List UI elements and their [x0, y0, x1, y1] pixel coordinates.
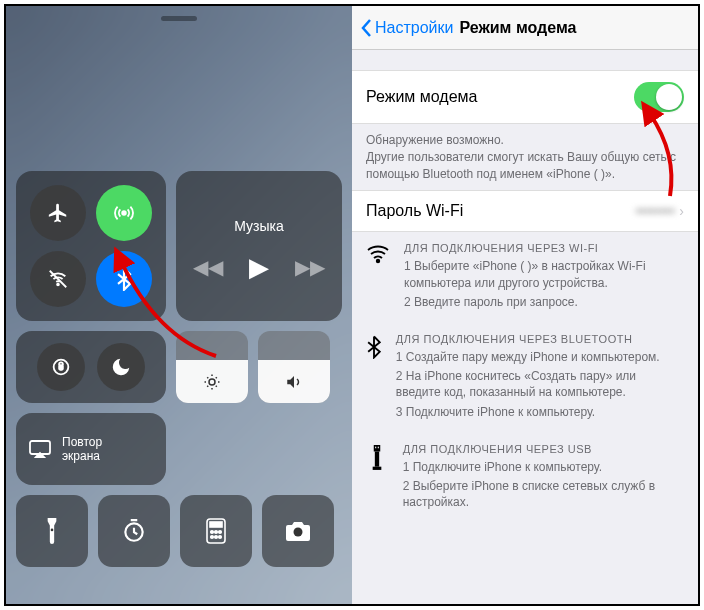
svg-rect-20 [375, 451, 379, 466]
calculator-button[interactable] [180, 495, 252, 567]
wifi-instructions: ДЛЯ ПОДКЛЮЧЕНИЯ ЧЕРЕЗ WI-FI 1 Выберите «… [352, 232, 698, 323]
svg-point-18 [377, 260, 380, 263]
airplane-mode-toggle[interactable] [30, 185, 86, 241]
svg-rect-10 [210, 522, 222, 527]
connectivity-panel [16, 171, 166, 321]
back-label: Настройки [375, 19, 453, 37]
volume-icon [285, 373, 303, 395]
svg-point-5 [209, 379, 215, 385]
chevron-left-icon [360, 18, 372, 38]
rotation-lock-toggle[interactable] [37, 343, 85, 391]
page-title: Режим модема [459, 19, 576, 37]
flashlight-button[interactable] [16, 495, 88, 567]
svg-point-15 [215, 536, 218, 539]
settings-pane: Настройки Режим модема Режим модема Обна… [352, 6, 698, 604]
screen-mirroring-label: Повтор экрана [62, 435, 102, 464]
svg-point-0 [122, 211, 126, 215]
hotspot-toggle-cell[interactable]: Режим модема [352, 70, 698, 124]
dnd-toggle[interactable] [97, 343, 145, 391]
wifi-icon [366, 242, 390, 313]
prev-track-button[interactable]: ◀◀ [193, 255, 223, 279]
svg-point-16 [219, 536, 222, 539]
screen-mirroring-button[interactable]: Повтор экрана [16, 413, 166, 485]
nav-bar: Настройки Режим модема [352, 6, 698, 50]
wifi-password-label: Пароль Wi-Fi [366, 202, 463, 220]
wifi-password-value: •••••••• [636, 203, 675, 219]
bluetooth-icon [366, 333, 382, 423]
svg-point-11 [211, 531, 214, 534]
play-button[interactable]: ▶ [249, 252, 269, 283]
wifi-password-cell[interactable]: Пароль Wi-Fi •••••••• › [352, 190, 698, 232]
svg-rect-21 [373, 466, 382, 469]
svg-point-7 [51, 529, 54, 532]
music-panel[interactable]: Музыка ◀◀ ▶ ▶▶ [176, 171, 342, 321]
svg-point-17 [294, 528, 303, 537]
svg-rect-19 [374, 445, 381, 452]
usb-instructions: ДЛЯ ПОДКЛЮЧЕНИЯ ЧЕРЕЗ USB 1 Подключите i… [352, 433, 698, 524]
music-title: Музыка [234, 218, 284, 234]
brightness-slider[interactable] [176, 331, 248, 403]
hotspot-toggle[interactable] [634, 82, 684, 112]
bluetooth-instructions: ДЛЯ ПОДКЛЮЧЕНИЯ ЧЕРЕЗ BLUETOOTH 1 Создай… [352, 323, 698, 433]
bluetooth-toggle[interactable] [96, 251, 152, 307]
grabber-handle[interactable] [161, 16, 197, 21]
cellular-data-toggle[interactable] [96, 185, 152, 241]
wifi-toggle[interactable] [30, 251, 86, 307]
hotspot-description: Обнаружение возможно. Другие пользовател… [352, 124, 698, 190]
svg-point-1 [57, 284, 59, 286]
usb-icon [366, 443, 389, 514]
control-center-pane: Музыка ◀◀ ▶ ▶▶ [6, 6, 352, 604]
next-track-button[interactable]: ▶▶ [295, 255, 325, 279]
hotspot-toggle-label: Режим модема [366, 88, 477, 106]
svg-point-12 [215, 531, 218, 534]
timer-button[interactable] [98, 495, 170, 567]
volume-slider[interactable] [258, 331, 330, 403]
svg-rect-22 [376, 446, 377, 448]
svg-rect-23 [378, 446, 379, 448]
brightness-icon [203, 373, 221, 395]
airplay-icon [28, 439, 52, 459]
svg-point-14 [211, 536, 214, 539]
svg-rect-4 [59, 365, 63, 370]
chevron-right-icon: › [679, 203, 684, 219]
camera-button[interactable] [262, 495, 334, 567]
lock-dnd-panel [16, 331, 166, 403]
svg-point-13 [219, 531, 222, 534]
back-button[interactable]: Настройки [360, 18, 453, 38]
